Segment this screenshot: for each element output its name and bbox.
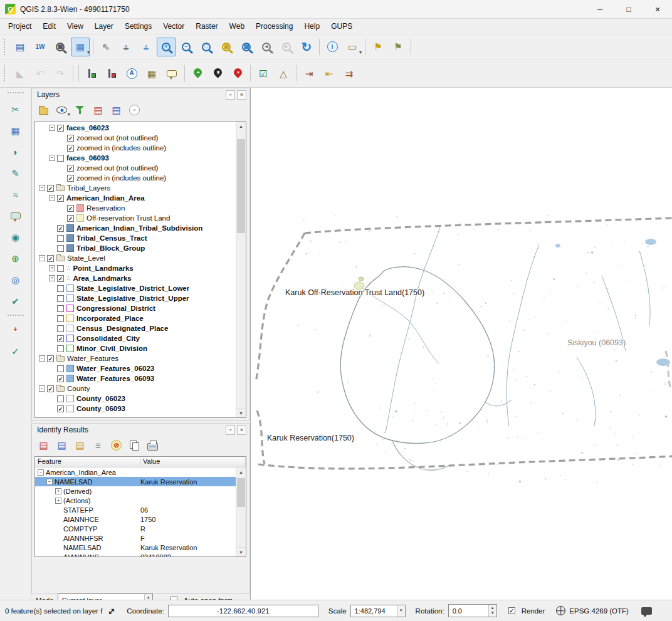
identify-row[interactable]: +(Derived) [35,486,246,496]
identify-row[interactable]: AIANNHNS02418982 [35,552,246,557]
toolbar-grip[interactable] [4,65,7,81]
feature-column-header[interactable]: Feature [35,457,140,467]
layer-checkbox[interactable]: ✓ [57,125,64,132]
zoom-full-extent-icon[interactable]: □ [197,38,216,56]
layer-row[interactable]: ✓Reservation [36,203,234,213]
identify-row[interactable]: AIANNHCE1750 [35,514,246,524]
identify-row[interactable]: −NAMELSADKaruk Reservation [35,477,246,486]
layer-row[interactable]: −✓Tribal_Layers [36,183,234,193]
layer-row[interactable]: −✓County [36,384,234,394]
layer-checkbox[interactable]: ✓ [47,355,54,362]
label-tool-icon[interactable] [6,206,25,225]
layer-checkbox[interactable] [57,295,64,302]
add-marker-black-icon[interactable]: ∗ [208,64,227,83]
crs-globe-icon[interactable] [556,606,565,615]
layer-checkbox[interactable]: ✓ [57,335,64,342]
form-annotation-icon[interactable]: ▦ [142,64,161,83]
filter-legend-icon[interactable] [71,102,88,118]
float-panel-icon[interactable]: ▫ [226,90,235,100]
layer-checkbox[interactable] [57,245,64,252]
identify-icon[interactable]: i [323,38,342,56]
rotation-spinner[interactable]: 0.0 ▲▼ [448,604,497,617]
identify-row[interactable]: AIANNHFSRF [35,533,246,543]
attributes-view-icon[interactable]: ≡ [90,437,107,454]
tree-expander-icon[interactable]: − [38,469,44,476]
tree-expander-icon[interactable]: − [46,479,53,485]
layer-checkbox[interactable] [57,325,64,332]
roam-tool-icon[interactable]: ◉ [6,227,25,246]
vector-check-icon[interactable]: ✔ [6,291,25,310]
scroll-down-icon[interactable]: ▼ [236,547,246,556]
vector-edit-icon[interactable]: ✓ [6,342,25,360]
layer-checkbox[interactable]: ✓ [67,165,74,172]
layer-checkbox[interactable] [57,365,64,372]
layer-row[interactable]: ✓County_06093 [36,404,234,414]
layer-checkbox[interactable]: ✓ [67,135,74,142]
collapse-all-icon[interactable]: ▤ [108,102,125,118]
geometry-tools-icon[interactable]: ◣ [11,64,29,83]
toolbar-grip[interactable] [4,39,7,55]
pan-to-selection-icon[interactable]: ↔↕ [137,38,155,56]
layer-row[interactable]: ✓Consolidated_City [36,333,234,343]
menu-processing[interactable]: Processing [250,19,298,34]
layer-row[interactable]: −✓faces_06023 [36,123,234,133]
remove-layer-icon[interactable]: − [126,102,143,118]
layer-checkbox[interactable] [57,345,64,352]
zoom-out-icon[interactable]: − [177,38,196,56]
menu-layer[interactable]: Layer [89,19,119,34]
add-marker-green-icon[interactable]: + [188,64,207,83]
menu-gups[interactable]: GUPS [325,19,358,34]
layers-scrollbar[interactable]: ▲ ▼ [236,122,246,417]
cad-tools-icon[interactable]: ✂ [6,100,25,118]
menu-help[interactable]: Help [298,19,325,34]
tree-expander-icon[interactable]: + [55,498,61,504]
delete-ring-icon[interactable] [102,64,121,83]
identify-row[interactable]: NAMELSADKaruk Reservation [35,543,246,552]
layer-row[interactable]: State_Legislative_District_Upper [36,293,234,303]
copy-feature-icon[interactable] [126,437,143,454]
tree-expander-icon[interactable]: − [39,255,45,261]
float-panel-icon[interactable]: ▫ [226,425,235,435]
menu-edit[interactable]: Edit [37,19,61,34]
pan-map-icon[interactable]: ↔↕ [117,38,135,56]
layer-row[interactable]: Census_Designated_Place [36,323,234,333]
web-service-add-icon[interactable]: ⊕ [6,249,25,268]
layer-checkbox[interactable] [57,155,64,162]
layer-checkbox[interactable]: ✓ [57,195,64,202]
layer-checkbox[interactable]: ✓ [67,215,74,222]
new-bookmark-icon[interactable]: ⚑ [369,38,387,56]
close-button[interactable]: × [643,0,672,18]
zoom-native-icon[interactable]: ▦ [51,38,70,56]
layer-row[interactable]: County_06023 [36,394,234,404]
undo-icon[interactable]: ↶ [31,64,50,83]
close-panel-icon[interactable]: × [237,425,246,435]
grass-tools-icon[interactable]: ◗ [6,142,25,161]
epsg-status[interactable]: EPSG:4269 (OTF) [569,607,629,615]
layer-row[interactable]: Tribal_Census_Tract [36,233,234,243]
tree-expander-icon[interactable]: + [55,488,61,494]
layer-checkbox[interactable]: ✓ [47,385,54,392]
value-column-header[interactable]: Value [140,457,246,467]
add-ring-icon[interactable] [82,64,101,83]
toolbar-grip[interactable] [8,92,24,95]
layer-checkbox[interactable] [57,315,64,322]
layer-row[interactable]: +✓∴Area_Landmarks [36,273,234,283]
maximize-button[interactable]: □ [614,0,643,18]
import-edits-icon[interactable]: ⇥ [300,64,318,83]
layer-row[interactable]: ✓zoomed out (not outlined) [36,163,234,173]
curve-tool-icon[interactable]: ≈ [6,185,25,204]
expand-tree-icon[interactable]: ▤ [35,437,52,454]
layer-row[interactable]: State_Legislative_District_Lower [36,283,234,293]
print-icon[interactable] [144,437,161,454]
tree-expander-icon[interactable]: + [49,265,55,271]
crosshair-tool-icon[interactable]: + [6,320,25,339]
feather-tool-icon[interactable]: ✎ [6,164,25,182]
tree-expander-icon[interactable]: − [49,125,55,131]
scroll-down-icon[interactable]: ▼ [236,408,246,417]
collapse-tree-icon[interactable]: ▤ [53,437,70,454]
layer-checkbox[interactable] [57,235,64,242]
layer-row[interactable]: −✓American_Indian_Area [36,193,234,203]
zoom-last-icon[interactable]: ◄ [257,38,276,56]
layer-row[interactable]: ✓zoomed in (includes outline) [36,143,234,153]
layer-checkbox[interactable] [57,285,64,292]
